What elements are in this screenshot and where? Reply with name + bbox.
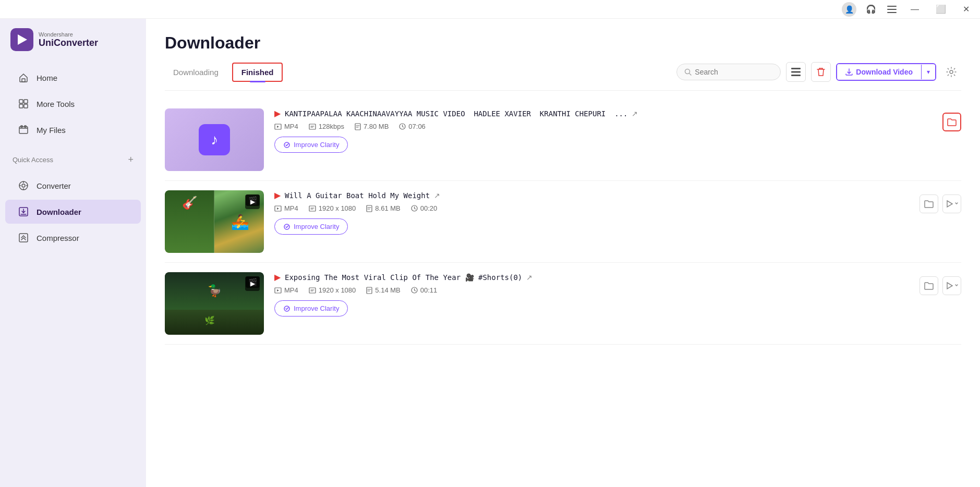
sidebar-sub-nav: Converter Downloader — [0, 168, 146, 255]
external-link-icon-3[interactable]: ↗ — [526, 273, 533, 282]
play-button-2[interactable] — [942, 194, 961, 213]
download-video-button[interactable]: Download Video — [837, 64, 921, 80]
youtube-icon-2: ▶ — [274, 190, 281, 200]
search-input[interactable] — [695, 68, 768, 76]
more-tools-icon — [18, 98, 29, 109]
svg-rect-22 — [309, 124, 316, 129]
close-button[interactable]: ✕ — [959, 2, 974, 16]
svg-rect-27 — [309, 206, 316, 211]
download-video-button-group: Download Video ▾ — [836, 63, 936, 81]
sidebar-item-more-tools[interactable]: More Tools — [5, 92, 141, 116]
sidebar-item-downloader-label: Downloader — [37, 208, 81, 216]
external-link-icon-2[interactable]: ↗ — [434, 191, 440, 200]
titlebar: 👤 🎧 — ⬜ ✕ — [0, 0, 980, 19]
sidebar-item-downloader[interactable]: Downloader — [5, 200, 141, 224]
tab-finished[interactable]: Finished — [232, 63, 283, 82]
svg-rect-6 — [24, 100, 28, 103]
logo-name: UniConverter — [39, 38, 98, 48]
size-meta-3: 5.14 MB — [366, 286, 400, 294]
video-card-3: 🦆 🌿 🎬 ▶ ▶ Exposing The Most Viral Clip O… — [165, 263, 961, 345]
svg-rect-18 — [791, 71, 801, 73]
search-box[interactable] — [676, 64, 781, 80]
sidebar-item-compressor-label: Compressor — [37, 234, 79, 242]
sidebar-nav: Home More Tools — [0, 60, 146, 147]
svg-rect-5 — [19, 100, 23, 103]
duration-meta-3: 00:11 — [411, 286, 438, 294]
svg-rect-8 — [24, 104, 28, 108]
logo-brand: Wondershare — [39, 31, 98, 38]
folder-button-2[interactable] — [919, 194, 938, 213]
improve-clarity-button-2[interactable]: Improve Clarity — [274, 218, 348, 235]
menu-icon[interactable] — [886, 3, 898, 16]
improve-clarity-button-3[interactable]: Improve Clarity — [274, 300, 348, 316]
maximize-button[interactable]: ⬜ — [931, 2, 950, 16]
sidebar-item-compressor[interactable]: Compressor — [5, 226, 141, 250]
video-format-icon-2 — [274, 205, 282, 212]
duration-meta-2: 00:20 — [411, 204, 438, 212]
format-meta-2: MP4 — [274, 204, 298, 212]
improve-clarity-button-1[interactable]: Improve Clarity — [274, 137, 348, 153]
folder-button-1[interactable] — [942, 113, 961, 131]
video-card-1: ♪ ▶ KANTIPAAPALAA KAACHINAAVAYYAA MUSIC … — [165, 99, 961, 181]
resolution-icon-3 — [309, 287, 316, 294]
resolution-meta-3: 1920 x 1080 — [309, 286, 356, 294]
file-icon-2 — [366, 205, 372, 212]
toolbar: Downloading Finished — [165, 62, 961, 91]
headphones-icon[interactable]: 🎧 — [865, 3, 877, 16]
format-meta-1: MP4 — [274, 123, 298, 130]
download-icon — [845, 68, 853, 76]
video-title-2: Will A Guitar Boat Hold My Weight — [285, 191, 430, 200]
video-title-row-1: ▶ KANTIPAAPALAA KAACHINAAVAYYAA MUSIC VI… — [274, 108, 961, 118]
card-actions-1 — [942, 108, 961, 131]
main-content: Downloader Downloading Finished — [146, 19, 980, 487]
video-meta-1: MP4 128kbps — [274, 123, 961, 130]
quick-access-add-button[interactable]: + — [128, 154, 134, 165]
video-meta-2: MP4 1920 x 1080 — [274, 204, 961, 212]
settings-button[interactable] — [941, 62, 961, 82]
sidebar-item-home-label: Home — [37, 74, 57, 82]
dropdown-arrow-2 — [954, 200, 959, 208]
svg-rect-34 — [367, 287, 372, 294]
svg-rect-28 — [367, 205, 372, 212]
music-icon: ♪ — [199, 124, 230, 155]
svg-rect-0 — [887, 6, 897, 7]
delete-button[interactable] — [811, 62, 831, 82]
download-video-dropdown-button[interactable]: ▾ — [921, 65, 935, 79]
converter-icon — [18, 180, 29, 191]
thumbnail-3: 🦆 🌿 🎬 ▶ — [165, 272, 264, 335]
video-title-3: Exposing The Most Viral Clip Of The Year… — [285, 273, 522, 282]
search-icon — [684, 68, 692, 76]
content-list: ♪ ▶ KANTIPAAPALAA KAACHINAAVAYYAA MUSIC … — [146, 91, 980, 487]
main-header: Downloader Downloading Finished — [146, 19, 980, 91]
sidebar-item-home[interactable]: Home — [5, 66, 141, 90]
resolution-meta-2: 1920 x 1080 — [309, 204, 356, 212]
play-button-3[interactable] — [942, 276, 961, 295]
thumbnail-2: 🎸 🚣 🎬 ▶ — [165, 190, 264, 253]
video-title-1: KANTIPAAPALAA KAACHINAAVAYYAA MUSIC VIDE… — [285, 109, 627, 118]
minimize-button[interactable]: — — [906, 3, 923, 16]
bitrate-meta-1: 128kbps — [309, 123, 344, 130]
sidebar-item-my-files[interactable]: My Files — [5, 118, 141, 142]
improve-icon-3 — [283, 305, 291, 312]
sidebar-item-more-tools-label: More Tools — [37, 100, 75, 108]
folder-button-3[interactable] — [919, 276, 938, 295]
avatar-icon[interactable]: 👤 — [842, 2, 856, 17]
size-meta-1: 7.80 MB — [355, 123, 389, 130]
sidebar-item-converter[interactable]: Converter — [5, 174, 141, 198]
sidebar-logo: Wondershare UniConverter — [0, 19, 146, 60]
logo-text: Wondershare UniConverter — [39, 31, 98, 48]
svg-rect-23 — [355, 124, 360, 130]
svg-marker-3 — [18, 34, 27, 45]
youtube-icon-1: ▶ — [274, 108, 281, 118]
page-title: Downloader — [165, 33, 961, 53]
app-layout: Wondershare UniConverter Home — [0, 19, 980, 487]
tab-downloading[interactable]: Downloading — [165, 64, 227, 81]
video-info-2: ▶ Will A Guitar Boat Hold My Weight ↗ MP… — [274, 190, 961, 235]
sidebar-item-converter-label: Converter — [37, 181, 71, 190]
list-view-button[interactable] — [786, 62, 806, 82]
external-link-icon-1[interactable]: ↗ — [632, 109, 638, 118]
file-icon-3 — [366, 287, 372, 294]
file-icon — [355, 123, 361, 130]
svg-rect-17 — [791, 68, 801, 69]
card-actions-3 — [919, 272, 961, 295]
